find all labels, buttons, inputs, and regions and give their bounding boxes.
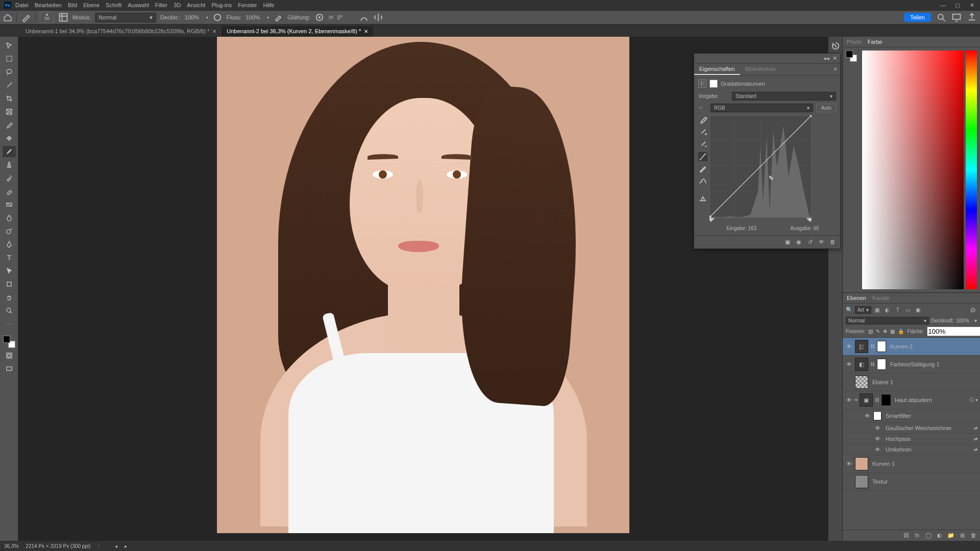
brush-tool[interactable] [3, 146, 16, 157]
curve-pencil-icon[interactable] [698, 164, 707, 173]
layer-name[interactable]: Kurven 1 [872, 461, 895, 467]
sample-add-icon[interactable] [698, 128, 707, 137]
healing-tool[interactable] [3, 133, 16, 144]
layer-row[interactable]: 👁 Hochpass ⇄ [843, 434, 980, 444]
layer-row[interactable]: 👁 Kurven 1 [843, 455, 980, 473]
lock-transparent-icon[interactable]: ▨ [868, 329, 873, 334]
menu-auswahl[interactable]: Auswahl [128, 2, 149, 8]
filter-type-icon[interactable]: T [894, 306, 902, 314]
pressure-size-icon[interactable] [359, 12, 369, 22]
mask-thumb[interactable] [877, 359, 886, 370]
curves-graph[interactable]: ⤡ [709, 115, 812, 222]
pen-tool[interactable] [3, 239, 16, 250]
new-layer-icon[interactable]: ⊞ [959, 532, 966, 539]
scroll-left-icon[interactable]: ◂ [115, 543, 117, 549]
tab-libraries[interactable]: Bibliotheken [740, 64, 781, 75]
delete-icon[interactable]: 🗑 [829, 239, 836, 245]
opacity-input[interactable] [185, 14, 202, 20]
expand-icon[interactable]: ▾ [855, 397, 857, 403]
clip-to-layer-icon[interactable]: ▣ [784, 239, 791, 245]
brush-panel-icon[interactable] [58, 12, 68, 22]
layer-name[interactable]: Ebene 1 [872, 379, 893, 385]
maximize-button[interactable]: ▢ [953, 2, 962, 9]
tab-color[interactable]: Farbe [868, 39, 883, 45]
symmetry-icon[interactable] [373, 12, 383, 22]
tool-preset-icon[interactable] [21, 12, 31, 22]
visibility-icon[interactable]: 👁 [845, 343, 853, 349]
toggle-visibility-icon[interactable]: 👁 [818, 239, 825, 245]
sample-icon[interactable] [698, 115, 707, 124]
sample-sub-icon[interactable] [698, 140, 707, 149]
menu-bild[interactable]: Bild [68, 2, 77, 8]
menu-ansicht[interactable]: Ansicht [187, 2, 205, 8]
filter-smart-icon[interactable]: ▣ [914, 306, 922, 314]
info-chevron-icon[interactable]: 〉 [97, 542, 103, 549]
pressure-opacity-icon[interactable] [212, 12, 223, 22]
filter-shape-icon[interactable]: ▭ [904, 306, 912, 314]
share-button[interactable]: Teilen [904, 13, 931, 22]
trash-icon[interactable]: 🗑 [970, 532, 977, 539]
visibility-icon[interactable]: 👁 [845, 461, 853, 467]
color-swatches[interactable] [3, 336, 15, 348]
layer-row[interactable]: 👁 Smartfilter [843, 409, 980, 423]
tab-layers[interactable]: Ebenen [847, 295, 866, 301]
curve-point-icon[interactable] [698, 152, 707, 161]
document-tab[interactable]: Unbenannt-1 bei 34,9% (bca77544d76c791f5… [20, 26, 222, 37]
opacity-chevron-icon[interactable]: ▾ [206, 15, 208, 20]
collapse-icon[interactable]: ◂◂ [823, 55, 829, 62]
blend-mode-dropdown[interactable]: Normal▾ [846, 317, 929, 324]
link-layers-icon[interactable]: ⛓ [902, 532, 910, 539]
frame-tool[interactable] [3, 106, 16, 117]
mask-thumb[interactable] [877, 341, 886, 352]
minimize-button[interactable]: — [939, 2, 947, 9]
lasso-tool[interactable] [3, 66, 16, 78]
layer-name[interactable]: Smartfilter [886, 413, 911, 419]
tab-paths[interactable]: Pfade [847, 39, 862, 45]
path-select-tool[interactable] [3, 265, 16, 277]
link-icon[interactable]: ⛓ [870, 362, 875, 367]
history-brush-tool[interactable] [3, 172, 16, 184]
mask-thumb[interactable] [881, 394, 891, 406]
search-icon[interactable] [936, 12, 946, 22]
layer-row[interactable]: 👁 ◧ ⛓ Farbton/Sättigung 1 [843, 356, 980, 373]
fx-icon[interactable]: fx [914, 532, 921, 539]
visibility-icon[interactable]: 👁 [873, 446, 881, 453]
smoothing-options-icon[interactable] [314, 12, 325, 22]
preset-dropdown[interactable]: Standard▾ [732, 92, 836, 101]
brush-preset-picker[interactable]: 56 [40, 12, 54, 23]
layer-thumb[interactable]: ▣ [860, 393, 873, 407]
layer-thumb[interactable] [855, 375, 868, 389]
visibility-icon[interactable]: 👁 [873, 436, 881, 442]
zoom-tool[interactable] [3, 305, 16, 316]
filter-adjust-icon[interactable]: ◐ [884, 306, 892, 314]
menu-filter[interactable]: Filter [155, 2, 167, 8]
canvas-area[interactable]: ◂◂ ✕ Eigenschaften Bibliotheken ≡ ⬱ Grad… [18, 37, 828, 541]
reset-icon[interactable]: ↺ [806, 239, 814, 245]
layer-name[interactable]: Textur [872, 479, 888, 485]
layer-row[interactable]: 👁 ⬱ ⛓ Kurven 2 [843, 338, 980, 356]
menu-datei[interactable]: Datei [15, 2, 29, 8]
screenmode-icon[interactable] [3, 363, 16, 374]
dodge-tool[interactable] [3, 226, 16, 237]
gradient-tool[interactable] [3, 199, 16, 210]
zoom-level[interactable]: 36,3% [4, 543, 18, 549]
stamp-tool[interactable] [3, 159, 16, 170]
mask-add-icon[interactable]: ◯ [925, 532, 932, 539]
airbrush-icon[interactable] [273, 12, 283, 22]
layer-opacity-input[interactable] [956, 318, 972, 323]
mask-icon[interactable] [709, 80, 718, 88]
edit-toolbar-icon[interactable]: ⋯ [3, 318, 16, 330]
lock-all-icon[interactable]: 🔒 [898, 329, 904, 334]
export-icon[interactable] [967, 12, 977, 22]
visibility-icon[interactable]: 👁 [873, 425, 881, 431]
filter-toggle-icon[interactable]: ⏻ [969, 306, 977, 314]
scroll-right-icon[interactable]: ▸ [125, 543, 127, 549]
color-swatch-mini[interactable] [846, 51, 857, 62]
layer-name[interactable]: Hochpass [886, 436, 911, 442]
lock-artboard-icon[interactable]: ▦ [890, 329, 895, 334]
group-icon[interactable]: 📁 [947, 532, 954, 539]
filter-options-icon[interactable]: ⇄ [974, 425, 978, 431]
layer-thumb[interactable]: ◧ [855, 358, 868, 371]
layer-name[interactable]: Umkehren [886, 446, 912, 453]
angle-input[interactable] [337, 14, 355, 20]
